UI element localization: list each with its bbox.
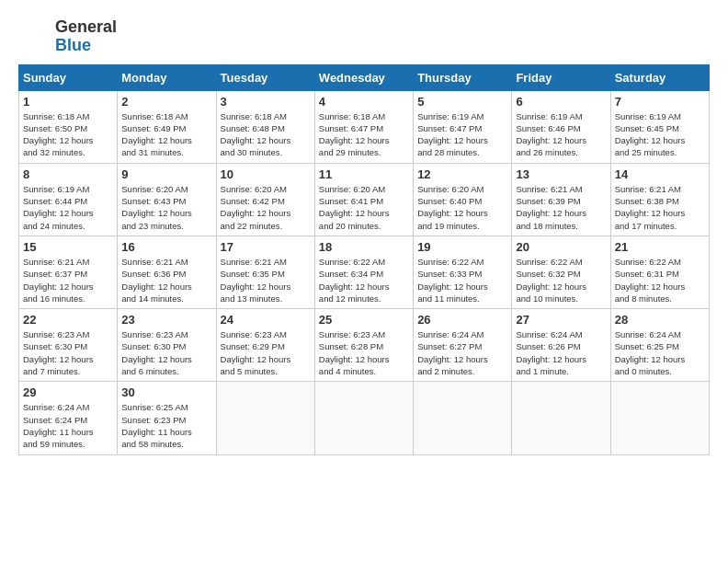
day-number: 18 (319, 240, 409, 254)
day-info: Sunrise: 6:20 AM Sunset: 6:40 PM Dayligh… (417, 183, 507, 232)
weekday-header-row: SundayMondayTuesdayWednesdayThursdayFrid… (19, 64, 710, 90)
calendar-cell: 12Sunrise: 6:20 AM Sunset: 6:40 PM Dayli… (414, 163, 512, 236)
day-number: 1 (23, 95, 113, 109)
day-info: Sunrise: 6:22 AM Sunset: 6:31 PM Dayligh… (615, 256, 705, 304)
logo: General Blue (18, 18, 117, 55)
calendar-cell: 22Sunrise: 6:23 AM Sunset: 6:30 PM Dayli… (19, 309, 118, 382)
day-number: 6 (516, 95, 606, 109)
calendar-cell: 17Sunrise: 6:21 AM Sunset: 6:35 PM Dayli… (216, 236, 314, 308)
weekday-header: Wednesday (314, 64, 413, 90)
day-number: 24 (221, 313, 311, 327)
weekday-header: Sunday (19, 64, 118, 90)
day-number: 8 (23, 167, 113, 181)
calendar-cell: 9Sunrise: 6:20 AM Sunset: 6:43 PM Daylig… (118, 163, 216, 236)
day-number: 4 (319, 95, 409, 109)
day-info: Sunrise: 6:22 AM Sunset: 6:34 PM Dayligh… (319, 256, 409, 304)
weekday-header: Thursday (414, 64, 512, 90)
day-info: Sunrise: 6:24 AM Sunset: 6:27 PM Dayligh… (417, 328, 507, 377)
day-info: Sunrise: 6:23 AM Sunset: 6:28 PM Dayligh… (319, 328, 409, 377)
day-number: 16 (121, 240, 211, 254)
weekday-header: Friday (512, 64, 610, 90)
calendar-cell: 10Sunrise: 6:20 AM Sunset: 6:42 PM Dayli… (216, 163, 314, 236)
day-number: 5 (417, 95, 507, 109)
calendar-cell: 20Sunrise: 6:22 AM Sunset: 6:32 PM Dayli… (512, 236, 610, 308)
calendar-cell: 16Sunrise: 6:21 AM Sunset: 6:36 PM Dayli… (118, 236, 216, 308)
day-number: 9 (121, 167, 211, 181)
day-info: Sunrise: 6:22 AM Sunset: 6:33 PM Dayligh… (417, 256, 507, 304)
calendar-cell (216, 382, 314, 454)
calendar-cell: 8Sunrise: 6:19 AM Sunset: 6:44 PM Daylig… (19, 163, 118, 236)
day-info: Sunrise: 6:18 AM Sunset: 6:49 PM Dayligh… (121, 110, 211, 159)
weekday-header: Tuesday (216, 64, 314, 90)
day-number: 2 (121, 95, 211, 109)
calendar-cell: 26Sunrise: 6:24 AM Sunset: 6:27 PM Dayli… (414, 309, 512, 382)
calendar-cell: 21Sunrise: 6:22 AM Sunset: 6:31 PM Dayli… (610, 236, 709, 308)
day-info: Sunrise: 6:21 AM Sunset: 6:35 PM Dayligh… (221, 256, 311, 304)
day-number: 25 (319, 313, 409, 327)
day-number: 23 (121, 313, 211, 327)
day-info: Sunrise: 6:19 AM Sunset: 6:46 PM Dayligh… (516, 110, 606, 159)
day-number: 12 (417, 167, 507, 181)
day-number: 27 (516, 313, 606, 327)
day-number: 14 (615, 167, 705, 181)
calendar-cell: 25Sunrise: 6:23 AM Sunset: 6:28 PM Dayli… (314, 309, 413, 382)
calendar-cell: 11Sunrise: 6:20 AM Sunset: 6:41 PM Dayli… (314, 163, 413, 236)
logo-icon (18, 20, 51, 53)
day-info: Sunrise: 6:24 AM Sunset: 6:26 PM Dayligh… (516, 328, 606, 377)
calendar-week-row: 15Sunrise: 6:21 AM Sunset: 6:37 PM Dayli… (19, 236, 710, 308)
day-info: Sunrise: 6:21 AM Sunset: 6:36 PM Dayligh… (121, 256, 211, 304)
day-number: 28 (615, 313, 705, 327)
calendar-cell: 30Sunrise: 6:25 AM Sunset: 6:23 PM Dayli… (118, 382, 216, 454)
day-info: Sunrise: 6:24 AM Sunset: 6:25 PM Dayligh… (615, 328, 705, 377)
day-number: 17 (221, 240, 311, 254)
logo-line2: Blue (55, 37, 117, 55)
calendar-cell (414, 382, 512, 454)
day-info: Sunrise: 6:21 AM Sunset: 6:39 PM Dayligh… (516, 183, 606, 232)
calendar-week-row: 22Sunrise: 6:23 AM Sunset: 6:30 PM Dayli… (19, 309, 710, 382)
calendar-cell: 14Sunrise: 6:21 AM Sunset: 6:38 PM Dayli… (610, 163, 709, 236)
day-number: 7 (615, 95, 705, 109)
calendar-week-row: 29Sunrise: 6:24 AM Sunset: 6:24 PM Dayli… (19, 382, 710, 454)
calendar-cell: 15Sunrise: 6:21 AM Sunset: 6:37 PM Dayli… (19, 236, 118, 308)
day-info: Sunrise: 6:23 AM Sunset: 6:30 PM Dayligh… (121, 328, 211, 377)
day-number: 11 (319, 167, 409, 181)
calendar-cell: 19Sunrise: 6:22 AM Sunset: 6:33 PM Dayli… (414, 236, 512, 308)
day-number: 29 (23, 385, 113, 399)
calendar-cell: 5Sunrise: 6:19 AM Sunset: 6:47 PM Daylig… (414, 90, 512, 163)
calendar-cell: 23Sunrise: 6:23 AM Sunset: 6:30 PM Dayli… (118, 309, 216, 382)
day-info: Sunrise: 6:20 AM Sunset: 6:43 PM Dayligh… (121, 183, 211, 232)
calendar-cell: 18Sunrise: 6:22 AM Sunset: 6:34 PM Dayli… (314, 236, 413, 308)
day-number: 3 (221, 95, 311, 109)
calendar-cell (610, 382, 709, 454)
calendar-cell (512, 382, 610, 454)
calendar-table: SundayMondayTuesdayWednesdayThursdayFrid… (18, 64, 710, 455)
day-info: Sunrise: 6:23 AM Sunset: 6:29 PM Dayligh… (221, 328, 311, 377)
calendar-cell: 2Sunrise: 6:18 AM Sunset: 6:49 PM Daylig… (118, 90, 216, 163)
day-info: Sunrise: 6:18 AM Sunset: 6:48 PM Dayligh… (221, 110, 311, 159)
day-info: Sunrise: 6:24 AM Sunset: 6:24 PM Dayligh… (23, 401, 113, 450)
day-info: Sunrise: 6:21 AM Sunset: 6:37 PM Dayligh… (23, 256, 113, 304)
day-info: Sunrise: 6:18 AM Sunset: 6:47 PM Dayligh… (319, 110, 409, 159)
day-number: 30 (121, 385, 211, 399)
day-info: Sunrise: 6:20 AM Sunset: 6:42 PM Dayligh… (221, 183, 311, 232)
logo-line1: General (55, 18, 117, 37)
day-info: Sunrise: 6:22 AM Sunset: 6:32 PM Dayligh… (516, 256, 606, 304)
day-info: Sunrise: 6:21 AM Sunset: 6:38 PM Dayligh… (615, 183, 705, 232)
calendar-cell: 3Sunrise: 6:18 AM Sunset: 6:48 PM Daylig… (216, 90, 314, 163)
header: General Blue (18, 18, 710, 55)
calendar-cell: 28Sunrise: 6:24 AM Sunset: 6:25 PM Dayli… (610, 309, 709, 382)
day-info: Sunrise: 6:19 AM Sunset: 6:45 PM Dayligh… (615, 110, 705, 159)
calendar-week-row: 1Sunrise: 6:18 AM Sunset: 6:50 PM Daylig… (19, 90, 710, 163)
calendar-cell: 13Sunrise: 6:21 AM Sunset: 6:39 PM Dayli… (512, 163, 610, 236)
calendar-cell: 4Sunrise: 6:18 AM Sunset: 6:47 PM Daylig… (314, 90, 413, 163)
calendar-cell: 24Sunrise: 6:23 AM Sunset: 6:29 PM Dayli… (216, 309, 314, 382)
day-number: 21 (615, 240, 705, 254)
calendar-cell: 29Sunrise: 6:24 AM Sunset: 6:24 PM Dayli… (19, 382, 118, 454)
day-info: Sunrise: 6:23 AM Sunset: 6:30 PM Dayligh… (23, 328, 113, 377)
day-number: 15 (23, 240, 113, 254)
calendar-cell (314, 382, 413, 454)
day-info: Sunrise: 6:19 AM Sunset: 6:47 PM Dayligh… (417, 110, 507, 159)
calendar-week-row: 8Sunrise: 6:19 AM Sunset: 6:44 PM Daylig… (19, 163, 710, 236)
day-info: Sunrise: 6:19 AM Sunset: 6:44 PM Dayligh… (23, 183, 113, 232)
day-number: 20 (516, 240, 606, 254)
